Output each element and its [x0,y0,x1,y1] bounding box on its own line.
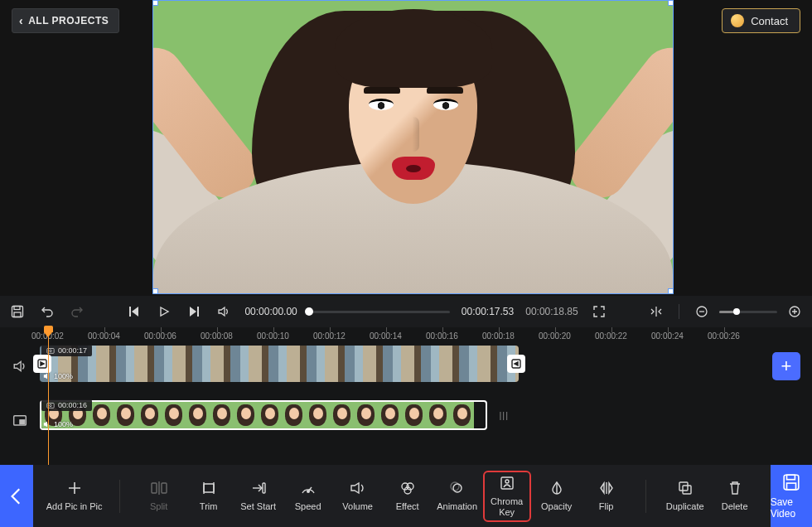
divider [645,480,646,513]
flip-icon [598,480,615,496]
resize-handle-bl[interactable] [152,288,158,294]
current-time: 00:00:00.00 [244,306,297,317]
playhead[interactable] [48,327,49,465]
tick-label: 00:00:26 [708,331,740,341]
save-video-label: Save Video [771,496,812,520]
zoom-in-icon[interactable] [785,302,804,321]
tick-label: 00:00:08 [201,331,233,341]
play-icon[interactable] [155,302,173,321]
svg-point-14 [50,404,52,407]
split-button[interactable]: Split [135,471,183,522]
svg-rect-12 [20,420,25,424]
zoom-out-icon[interactable] [693,302,711,321]
tool-label: Add Pic in Pic [46,501,103,511]
tool-label: Delete [722,501,748,511]
tick-label: 00:00:18 [482,331,515,341]
effect-button[interactable]: Effect [384,471,432,522]
delete-icon [727,480,743,496]
tool-label: Volume [342,501,373,511]
svg-rect-27 [679,482,688,491]
chevron-left-icon: ‹ [19,15,23,27]
trim-button[interactable]: Trim [185,471,233,522]
svg-rect-28 [683,486,691,494]
tool-label: Opacity [541,501,572,511]
tick-label: 00:00:22 [595,331,627,341]
add-track-button[interactable]: + [772,352,800,380]
preview-content [153,1,673,293]
scrubber[interactable] [309,311,450,313]
speed-icon [300,480,317,496]
clip-2[interactable]: 00:00:16 100% ||| [40,400,487,430]
undo-icon[interactable] [38,302,56,321]
svg-rect-15 [152,483,157,493]
divider [679,304,679,319]
duplicate-icon [677,480,694,496]
clip-out-handle[interactable] [507,355,525,373]
contact-button[interactable]: Contact [722,8,800,33]
trim-icon [201,480,217,496]
tick-label: 00:00:16 [426,331,458,341]
elapsed-time: 00:00:17.53 [462,306,514,317]
timeline-ruler[interactable]: 00:00:02 00:00:04 00:00:06 00:00:08 00:0… [48,327,812,342]
fullscreen-icon[interactable] [590,302,608,321]
chroma-key-button[interactable]: Chroma Key [483,471,531,522]
player-controls: 00:00:00.00 00:00:17.53 00:00:18.85 [0,296,812,327]
snap-icon[interactable] [647,302,665,321]
tick-label: 00:00:14 [370,331,402,341]
all-projects-button[interactable]: ‹ ALL PROJECTS [12,8,119,33]
clip-1[interactable]: 00:00:17 100% [40,346,519,382]
speed-button[interactable]: Speed [284,471,332,522]
add-pic-in-pic-button[interactable]: Add Pic in Pic [45,471,104,522]
save-video-icon [782,473,800,491]
clip-duration-text: 00:00:17 [58,346,87,355]
delete-button[interactable]: Delete [711,471,759,522]
save-video-button[interactable]: Save Video [771,465,812,527]
volume-button[interactable]: Volume [334,471,382,522]
chroma-key-icon [499,475,515,491]
timeline: 00:00:02 00:00:04 00:00:06 00:00:08 00:0… [0,327,812,465]
set-start-button[interactable]: Set Start [234,471,283,522]
resize-handle-tl[interactable] [152,0,158,6]
clip-duration-text: 00:00:16 [58,401,87,409]
svg-rect-16 [162,483,167,493]
tool-label: Chroma Key [485,496,529,516]
divider [119,480,120,513]
tool-label: Speed [295,501,321,511]
duplicate-button[interactable]: Duplicate [661,471,709,522]
flip-button[interactable]: Flip [582,471,631,522]
resize-handle-tr[interactable] [668,0,674,6]
bottom-toolbar: Add Pic in Pic Split Trim Set Start Spee… [0,465,812,527]
mute-icon[interactable] [215,302,233,321]
preview-area: ‹ ALL PROJECTS Contact [0,0,812,296]
zoom-controls [693,302,804,321]
next-frame-icon[interactable] [185,302,203,321]
tool-label: Trim [200,501,218,511]
svg-rect-2 [14,312,21,317]
zoom-slider[interactable] [719,311,777,313]
back-button[interactable] [0,465,33,527]
prev-frame-icon[interactable] [125,302,143,321]
svg-rect-3 [129,307,131,317]
resize-handle-br[interactable] [668,288,674,294]
clip-duration-badge: 00:00:16 [41,399,92,411]
save-icon[interactable] [8,302,27,321]
all-projects-label: ALL PROJECTS [28,15,109,27]
track-pip-icon[interactable] [0,400,40,428]
plus-icon [66,480,83,496]
tick-label: 00:00:24 [651,331,684,341]
contact-icon [731,14,744,27]
tick-label: 00:00:06 [144,331,176,341]
clip-drag-indicator[interactable]: ||| [499,410,509,420]
set-start-icon [250,480,267,496]
opacity-icon [549,480,565,496]
animation-button[interactable]: Animation [433,471,481,522]
svg-point-26 [505,480,509,483]
animation-icon [449,480,466,496]
opacity-button[interactable]: Opacity [533,471,581,522]
tool-label: Split [150,501,167,511]
video-preview[interactable] [152,0,674,294]
redo-icon[interactable] [68,302,86,321]
tool-label: Duplicate [666,501,704,511]
tick-label: 00:00:12 [313,331,346,341]
split-icon [151,480,167,496]
